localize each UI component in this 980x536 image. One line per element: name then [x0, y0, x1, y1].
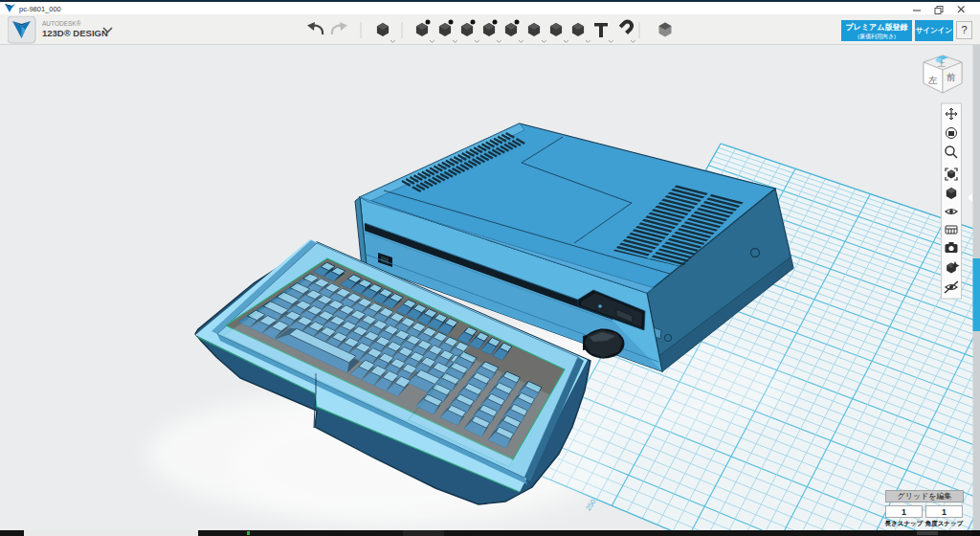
- svg-text:上: 上: [937, 59, 946, 68]
- svg-text:前: 前: [947, 72, 956, 82]
- svg-text:左: 左: [928, 75, 938, 85]
